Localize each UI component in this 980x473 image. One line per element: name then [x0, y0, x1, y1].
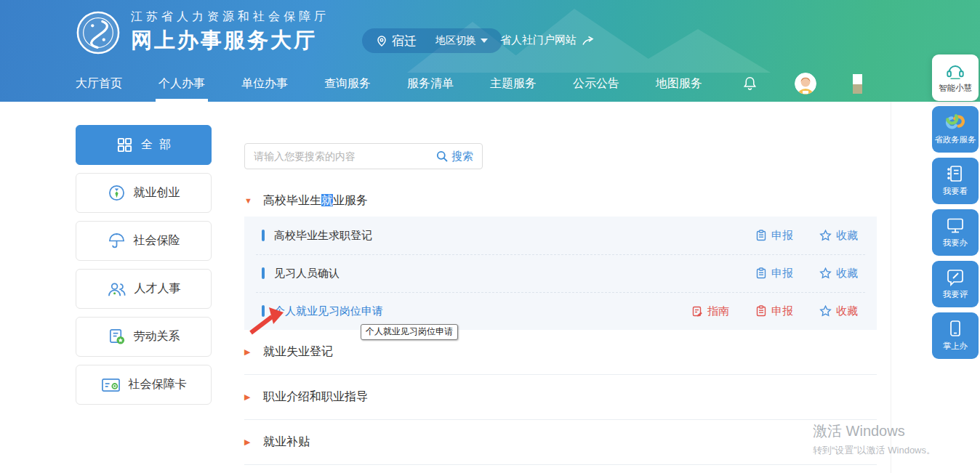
org-name: 江苏省人力资源和社会保障厅	[131, 9, 329, 25]
notebook-icon	[946, 164, 965, 183]
chevron-down-icon	[481, 39, 488, 43]
portal-link-label: 省人社门户网站	[500, 33, 577, 47]
triangle-right-icon	[244, 392, 254, 402]
clipboard-icon	[755, 230, 767, 241]
service-link[interactable]: 个人就业见习岗位申请	[274, 304, 691, 318]
nav-item-personal[interactable]: 个人办事	[158, 65, 205, 102]
action-label: 收藏	[836, 304, 858, 318]
people-icon	[107, 280, 126, 298]
service-link[interactable]: 见习人员确认	[274, 267, 755, 280]
nav-item-map[interactable]: 地图服务	[656, 65, 702, 102]
title-suffix: 业服务	[333, 194, 368, 206]
region-switch-label: 地区切换	[435, 34, 476, 47]
nav-item-unit[interactable]: 单位办事	[241, 65, 288, 102]
section-header-career-guidance[interactable]: 职业介绍和职业指导	[244, 375, 877, 420]
service-row: 见习人员确认 申报	[244, 254, 877, 292]
tie-badge-icon	[108, 184, 126, 202]
sidebar-item-talent[interactable]: 人才人事	[76, 269, 212, 309]
section-header-graduate-services[interactable]: 高校毕业生就业服务	[244, 187, 877, 214]
quickbar-item-mobile[interactable]: 掌上办	[932, 312, 979, 359]
watermark-line2: 转到“设置”以激活 Windows。	[813, 444, 936, 457]
clipboard-icon	[755, 305, 767, 317]
loading-fragment	[853, 74, 862, 94]
action-label: 申报	[771, 304, 793, 318]
gov-services-icon	[944, 113, 966, 132]
quickbar-item-watch[interactable]: 我要看	[932, 158, 979, 204]
location-pill: 宿迁 地区切换	[362, 28, 502, 53]
quickbar-label: 我要办	[943, 237, 968, 248]
region-switch-button[interactable]: 地区切换	[435, 34, 488, 47]
search-button[interactable]: 搜索	[436, 150, 473, 163]
main-nav: 大厅首页 个人办事 单位办事 查询服务 服务清单 主题服务 公示公告 地图服务	[76, 65, 862, 102]
quickbar-item-gov-services[interactable]: 省政务服务	[932, 106, 979, 153]
search-icon	[436, 150, 448, 162]
section-header-unemployment-registration[interactable]: 就业失业登记	[244, 330, 877, 375]
declare-action[interactable]: 申报	[755, 229, 793, 243]
star-icon	[819, 230, 832, 241]
action-label: 申报	[771, 267, 793, 280]
declare-action[interactable]: 申报	[755, 267, 793, 280]
search-button-label: 搜索	[451, 150, 473, 163]
sidebar-item-label: 人才人事	[134, 281, 181, 296]
comment-edit-icon	[946, 267, 965, 286]
service-row: 高校毕业生求职登记 申报	[244, 217, 877, 254]
quickbar-item-assistant[interactable]: 智能小慧	[932, 54, 979, 101]
site-logo: 江苏省人力资源和社会保障厅 网上办事服务大厅	[76, 9, 329, 55]
triangle-right-icon	[244, 347, 254, 357]
action-label: 收藏	[836, 267, 858, 280]
nav-item-theme[interactable]: 主题服务	[490, 65, 537, 102]
section-header-employment-subsidy[interactable]: 就业补贴	[244, 420, 877, 465]
external-link-icon	[582, 36, 594, 46]
header: 江苏省人力资源和社会保障厅 网上办事服务大厅 宿迁 地区切换 省人社门户网站 大…	[0, 0, 980, 102]
clipboard-icon	[755, 267, 767, 279]
headset-icon	[945, 62, 965, 80]
portal-link[interactable]: 省人社门户网站	[500, 33, 594, 47]
sidebar-item-all[interactable]: 全部	[76, 125, 212, 165]
nav-item-announcements[interactable]: 公示公告	[573, 65, 619, 102]
sidebar-item-label: 劳动关系	[134, 329, 180, 344]
favorite-action[interactable]: 收藏	[819, 267, 858, 280]
favorite-action[interactable]: 收藏	[819, 304, 858, 318]
star-icon	[819, 305, 832, 317]
sidebar-item-social-insurance[interactable]: 社会保险	[76, 221, 212, 261]
row-actions: 申报 收藏	[755, 229, 858, 243]
main-content: 搜索 高校毕业生就业服务 高校毕业生求职登记 申报	[244, 143, 877, 465]
service-link[interactable]: 高校毕业生求职登记	[274, 229, 755, 243]
nav-label: 个人办事	[158, 76, 205, 92]
quickbar-item-handle[interactable]: 我要办	[932, 209, 979, 256]
nav-label: 查询服务	[324, 76, 371, 92]
bell-icon	[742, 75, 758, 92]
nav-label: 地图服务	[656, 76, 702, 92]
title-highlight: 就	[321, 194, 333, 206]
nav-item-service-list[interactable]: 服务清单	[407, 65, 454, 102]
quickbar-label: 智能小慧	[939, 82, 972, 94]
current-city[interactable]: 宿迁	[377, 33, 417, 49]
section-title: 就业失业登记	[263, 344, 333, 360]
section-title: 高校毕业生就业服务	[263, 193, 368, 209]
sidebar-item-employment[interactable]: 就业创业	[76, 173, 212, 213]
row-actions: 申报 收藏	[755, 267, 858, 280]
nav-item-home[interactable]: 大厅首页	[76, 65, 122, 102]
sidebar-item-label: 全部	[141, 137, 177, 153]
row-accent-bar	[262, 267, 265, 279]
grid-icon	[116, 137, 133, 153]
quickbar-label: 我要看	[943, 185, 968, 197]
search-input[interactable]	[254, 150, 436, 162]
nav-item-query[interactable]: 查询服务	[324, 65, 371, 102]
quickbar-item-review[interactable]: 我要评	[932, 261, 979, 307]
sidebar-item-label: 社会保险	[134, 233, 180, 248]
action-label: 申报	[771, 229, 793, 243]
user-avatar[interactable]	[795, 73, 816, 94]
declare-action[interactable]: 申报	[755, 304, 793, 318]
windows-activation-watermark: 激活 Windows 转到“设置”以激活 Windows。	[813, 421, 936, 457]
action-label: 收藏	[836, 229, 858, 243]
favorite-action[interactable]: 收藏	[819, 229, 858, 243]
quickbar-label: 省政务服务	[934, 134, 976, 145]
umbrella-icon	[108, 232, 126, 250]
star-icon	[819, 267, 832, 279]
guide-action[interactable]: 指南	[691, 304, 729, 318]
sidebar-item-social-security-card[interactable]: 社会保障卡	[76, 365, 212, 405]
nav-label: 单位办事	[241, 76, 288, 92]
sidebar-item-labor-relations[interactable]: 劳动关系	[76, 317, 212, 357]
notification-bell-button[interactable]	[742, 75, 758, 92]
